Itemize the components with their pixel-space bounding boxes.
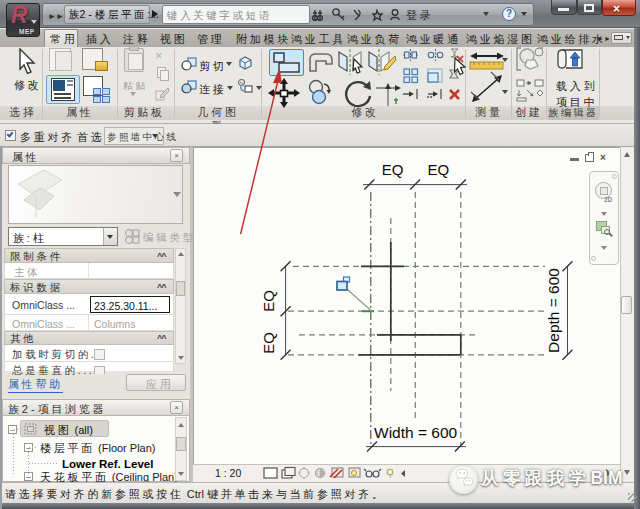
svg-text:Width = 600: Width = 600: [374, 424, 458, 441]
svg-text:EQ: EQ: [382, 161, 404, 178]
svg-text:Depth = 600: Depth = 600: [545, 268, 562, 353]
svg-text:登录: 登录: [406, 9, 434, 21]
svg-text:EQ: EQ: [260, 290, 277, 312]
svg-text:EQ: EQ: [428, 161, 450, 178]
svg-text:EQ: EQ: [260, 332, 277, 354]
